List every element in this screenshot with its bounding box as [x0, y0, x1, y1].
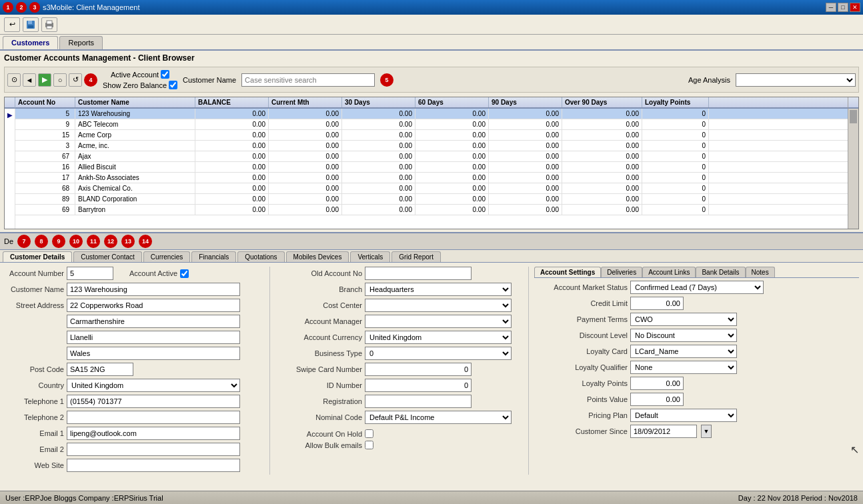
- county-row: [4, 347, 264, 360]
- back-button[interactable]: ↩: [4, 17, 20, 32]
- table-row[interactable]: 3 Acme, inc. 0.00 0.00 0.00 0.00 0.00 0.…: [15, 141, 848, 151]
- step-10[interactable]: 10: [69, 235, 83, 248]
- col-90days: 90 Days: [489, 97, 562, 107]
- email2-input[interactable]: [67, 443, 240, 456]
- step-14[interactable]: 14: [139, 235, 152, 248]
- table-row[interactable]: 16 Allied Biscuit 0.00 0.00 0.00 0.00 0.…: [15, 162, 848, 173]
- swipe-card-row: Swipe Card Number: [275, 363, 523, 376]
- loyalty-qualifier-select[interactable]: None: [630, 361, 737, 374]
- tab-verticals[interactable]: Verticals: [350, 251, 390, 262]
- county-input[interactable]: [67, 347, 240, 360]
- post-code-row: Post Code: [4, 363, 264, 376]
- loyalty-points-input[interactable]: [630, 377, 684, 390]
- city-input[interactable]: [67, 315, 240, 328]
- discount-level-select[interactable]: No Discount: [630, 329, 737, 342]
- account-manager-select[interactable]: [365, 315, 512, 328]
- tab-account-settings[interactable]: Account Settings: [534, 267, 601, 277]
- table-row[interactable]: 89 BLAND Corporation 0.00 0.00 0.00 0.00…: [15, 194, 848, 205]
- grid-scrollbar[interactable]: [848, 109, 858, 229]
- tab-reports[interactable]: Reports: [59, 36, 103, 49]
- window-title: s3Mobile: Client Management: [43, 3, 140, 11]
- tab-quotations[interactable]: Quotations: [237, 251, 284, 262]
- active-account-checkbox[interactable]: [161, 70, 169, 79]
- tab-mobiles-devices[interactable]: Mobiles Devices: [286, 251, 349, 262]
- account-number-input[interactable]: [67, 267, 113, 280]
- step-12[interactable]: 12: [104, 235, 117, 248]
- search-input[interactable]: [241, 73, 375, 87]
- table-row[interactable]: 9 ABC Telecom 0.00 0.00 0.00 0.00 0.00 0…: [15, 119, 848, 130]
- nav-prev-button[interactable]: ◄: [23, 73, 36, 87]
- step-8[interactable]: 8: [35, 235, 48, 248]
- telephone2-label: Telephone 2: [4, 413, 64, 421]
- points-value-input[interactable]: [630, 393, 684, 406]
- market-status-select[interactable]: Confirmed Lead (7 Days): [630, 281, 764, 294]
- account-active-checkbox[interactable]: [180, 269, 189, 278]
- tab-grid-report[interactable]: Grid Report: [391, 251, 441, 262]
- table-row[interactable]: 69 Barrytron 0.00 0.00 0.00 0.00 0.00 0.…: [15, 205, 848, 215]
- registration-label: Registration: [275, 397, 362, 405]
- payment-terms-select[interactable]: CWO: [630, 313, 737, 326]
- tab-currencies[interactable]: Currencies: [143, 251, 190, 262]
- tab-customer-contact[interactable]: Customer Contact: [73, 251, 142, 262]
- date-picker-button[interactable]: ▼: [701, 425, 712, 438]
- credit-limit-input[interactable]: [630, 297, 684, 310]
- nav-next-button[interactable]: ○: [53, 73, 67, 87]
- tab-customer-details[interactable]: Customer Details: [3, 251, 72, 262]
- title-bar-buttons[interactable]: ─ □ ✕: [826, 3, 860, 12]
- country-select[interactable]: United Kingdom: [67, 379, 240, 392]
- col-account-no: Account No: [15, 97, 75, 107]
- table-row[interactable]: 67 Ajax 0.00 0.00 0.00 0.00 0.00 0.00 0: [15, 151, 848, 162]
- swipe-card-input[interactable]: [365, 363, 472, 376]
- registration-input[interactable]: [365, 395, 472, 408]
- customer-grid: Account No Customer Name BALANCE Current…: [4, 97, 859, 229]
- email1-input[interactable]: [67, 427, 240, 440]
- account-currency-select[interactable]: United Kingdom: [365, 331, 512, 344]
- tab-bank-details[interactable]: Bank Details: [696, 267, 745, 277]
- step-9[interactable]: 9: [52, 235, 65, 248]
- town-input[interactable]: [67, 331, 240, 344]
- loyalty-card-select[interactable]: LCard_Name: [630, 345, 737, 358]
- age-analysis-select[interactable]: [736, 73, 856, 87]
- print-button[interactable]: [41, 17, 57, 32]
- step-11[interactable]: 11: [87, 235, 100, 248]
- step-13[interactable]: 13: [121, 235, 135, 248]
- step-7[interactable]: 7: [17, 235, 31, 248]
- post-code-input[interactable]: [67, 363, 133, 376]
- tab-financials[interactable]: Financials: [191, 251, 236, 262]
- step-5-button[interactable]: 5: [380, 73, 393, 87]
- table-row[interactable]: 17 Ankh-Sto Associates 0.00 0.00 0.00 0.…: [15, 173, 848, 183]
- tab-customers[interactable]: Customers: [3, 36, 58, 49]
- table-row[interactable]: 68 Axis Chemical Co. 0.00 0.00 0.00 0.00…: [15, 183, 848, 194]
- table-row[interactable]: 15 Acme Corp 0.00 0.00 0.00 0.00 0.00 0.…: [15, 130, 848, 141]
- street-address-input[interactable]: [67, 299, 240, 312]
- allow-bulk-checkbox[interactable]: [365, 441, 373, 449]
- table-row[interactable]: 5 123 Warehousing 0.00 0.00 0.00 0.00 0.…: [15, 109, 848, 119]
- customer-name-input[interactable]: [67, 283, 240, 296]
- customer-name-label: Customer Name: [183, 76, 236, 84]
- telephone2-input[interactable]: [67, 411, 240, 424]
- restore-button[interactable]: □: [838, 3, 848, 12]
- pricing-plan-select[interactable]: Default: [630, 409, 737, 422]
- website-input[interactable]: [67, 459, 240, 472]
- save-button[interactable]: [23, 17, 39, 32]
- id-number-input[interactable]: [365, 379, 472, 392]
- customer-since-input[interactable]: [630, 425, 697, 438]
- account-on-hold-checkbox[interactable]: [365, 429, 373, 438]
- nav-play-button[interactable]: ▶: [38, 73, 51, 87]
- tab-notes[interactable]: Notes: [746, 267, 775, 277]
- telephone2-row: Telephone 2: [4, 411, 264, 424]
- branch-select[interactable]: Headquarters: [365, 283, 512, 296]
- tab-account-links[interactable]: Account Links: [642, 267, 696, 277]
- show-zero-balance-checkbox[interactable]: [169, 81, 177, 89]
- old-account-input[interactable]: [365, 267, 472, 280]
- telephone1-input[interactable]: [67, 395, 240, 408]
- cost-center-select[interactable]: [365, 299, 512, 312]
- step-4-button[interactable]: 4: [84, 73, 97, 87]
- tab-deliveries[interactable]: Deliveries: [601, 267, 642, 277]
- nav-first-button[interactable]: ⊙: [7, 73, 21, 87]
- nav-refresh-button[interactable]: ↺: [69, 73, 82, 87]
- close-button[interactable]: ✕: [850, 3, 860, 12]
- nominal-code-select[interactable]: Default P&L Income: [365, 411, 512, 424]
- business-type-select[interactable]: 0: [365, 347, 512, 360]
- minimize-button[interactable]: ─: [826, 3, 836, 12]
